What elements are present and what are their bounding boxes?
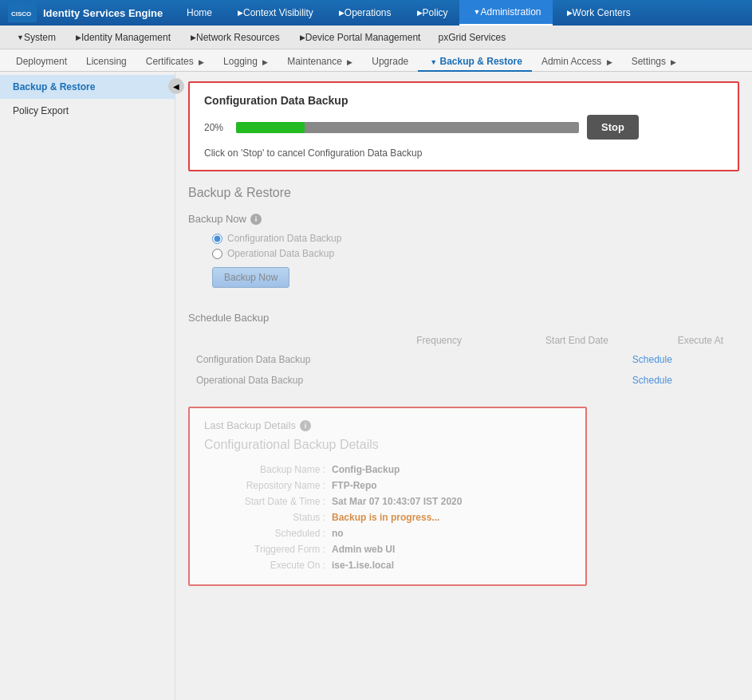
- tab-backup-restore[interactable]: ▼ Backup & Restore: [418, 53, 532, 72]
- chevron-icon: ▶: [347, 58, 352, 66]
- table-row: Triggered Form :Admin web UI: [204, 541, 571, 557]
- tab-admin-access[interactable]: Admin Access ▶: [532, 53, 622, 72]
- nav-item-home[interactable]: Home: [175, 0, 223, 26]
- backup-now-title: Backup Now i: [188, 213, 739, 225]
- radio-config-backup[interactable]: Configuration Data Backup: [212, 233, 739, 244]
- schedule-row-op-name: Operational Data Backup: [188, 370, 364, 391]
- backup-now-section: Backup Now i Configuration Data Backup O…: [188, 213, 739, 304]
- tab-logging[interactable]: Logging ▶: [214, 53, 278, 72]
- sidebar-collapse-button[interactable]: ◀: [168, 78, 184, 94]
- content-area: Configuration Data Backup 20% Stop Click…: [175, 72, 752, 700]
- schedule-backup-section: Schedule Backup Frequency Start End Date…: [188, 312, 739, 391]
- app-title: Identity Services Engine: [43, 7, 163, 19]
- schedule-col-name: [188, 332, 364, 349]
- detail-value: FTP-Repo: [332, 478, 571, 494]
- alert-note: Click on 'Stop' to cancel Configuration …: [204, 147, 723, 159]
- backup-now-button[interactable]: Backup Now: [212, 267, 289, 288]
- sidebar-item-backup-restore[interactable]: Backup & Restore: [0, 75, 175, 99]
- nav-item-work-centers[interactable]: ▶ Work Centers: [553, 0, 642, 26]
- schedule-col-start-end: Start End Date: [478, 332, 624, 349]
- info-icon: i: [250, 214, 262, 225]
- logo-area: CISCO Identity Services Engine: [0, 3, 175, 22]
- tab-settings[interactable]: Settings ▶: [622, 53, 687, 72]
- chevron-icon: ▼: [17, 33, 24, 41]
- nav-item-operations[interactable]: ▶ Operations: [325, 0, 403, 26]
- tab-deployment[interactable]: Deployment: [6, 53, 77, 72]
- backup-details-table: Backup Name :Config-BackupRepository Nam…: [204, 462, 571, 573]
- section-title: Backup & Restore: [188, 186, 739, 200]
- chevron-icon: ▶: [238, 9, 243, 17]
- detail-value: ise-1.ise.local: [332, 557, 571, 573]
- progress-row: 20% Stop: [204, 115, 723, 140]
- chevron-icon: ▶: [671, 58, 676, 66]
- tab-upgrade[interactable]: Upgrade: [362, 53, 418, 72]
- sidebar: ◀ Backup & Restore Policy Export: [0, 72, 175, 700]
- chevron-icon: ▶: [339, 9, 345, 17]
- chevron-icon: ▶: [262, 58, 268, 66]
- nav-pxgrid-services[interactable]: pxGrid Services: [430, 29, 514, 46]
- backup-progress-alert: Configuration Data Backup 20% Stop Click…: [188, 81, 739, 171]
- nav-item-policy[interactable]: ▶ Policy: [403, 0, 459, 26]
- last-backup-header: Last Backup Details i: [204, 419, 571, 431]
- schedule-config-link[interactable]: Schedule: [632, 354, 672, 365]
- last-backup-details-box: Last Backup Details i Configurational Ba…: [188, 407, 587, 586]
- table-row: Scheduled :no: [204, 525, 571, 541]
- svg-text:CISCO: CISCO: [11, 10, 31, 18]
- cisco-logo: CISCO: [8, 3, 37, 22]
- schedule-op-link-cell: Schedule: [624, 370, 739, 391]
- chevron-icon: ▶: [567, 9, 573, 17]
- detail-label: Triggered Form :: [204, 541, 332, 557]
- chevron-icon: ▶: [607, 58, 612, 66]
- schedule-op-link[interactable]: Schedule: [632, 375, 672, 386]
- detail-label: Repository Name :: [204, 478, 332, 494]
- top-navigation: CISCO Identity Services Engine Home ▶ Co…: [0, 0, 752, 26]
- table-row: Configuration Data Backup Schedule: [188, 349, 739, 370]
- third-navigation: Deployment Licensing Certificates ▶ Logg…: [0, 49, 752, 72]
- table-row: Status :Backup is in progress...: [204, 509, 571, 525]
- radio-config-backup-input[interactable]: [212, 234, 222, 244]
- table-row: Operational Data Backup Schedule: [188, 370, 739, 391]
- schedule-table: Frequency Start End Date Execute At Conf…: [188, 332, 739, 391]
- chevron-icon: ▼: [474, 8, 481, 16]
- radio-op-backup-input[interactable]: [212, 249, 222, 259]
- table-row: Execute On :ise-1.ise.local: [204, 557, 571, 573]
- table-row: Backup Name :Config-Backup: [204, 462, 571, 478]
- progress-percent-label: 20%: [204, 122, 228, 133]
- chevron-icon: ▶: [191, 33, 196, 41]
- detail-label: Status :: [204, 509, 332, 525]
- schedule-row-config-name: Configuration Data Backup: [188, 349, 364, 370]
- second-navigation: ▼ System ▶ Identity Management ▶ Network…: [0, 26, 752, 49]
- nav-device-portal-management[interactable]: ▶ Device Portal Management: [289, 29, 429, 46]
- nav-network-resources[interactable]: ▶ Network Resources: [180, 29, 288, 46]
- progress-bar-container: [236, 122, 579, 133]
- sidebar-item-policy-export[interactable]: Policy Export: [0, 99, 175, 123]
- stop-button[interactable]: Stop: [587, 115, 639, 140]
- detail-value: Config-Backup: [332, 462, 571, 478]
- nav-identity-management[interactable]: ▶ Identity Management: [65, 29, 179, 46]
- chevron-icon: ▶: [417, 9, 423, 17]
- nav-item-administration[interactable]: ▼ Administration: [459, 0, 553, 26]
- tab-maintenance[interactable]: Maintenance ▶: [278, 53, 362, 72]
- nav-item-context-visibility[interactable]: ▶ Context Visibility: [223, 0, 325, 26]
- detail-value: Admin web UI: [332, 541, 571, 557]
- schedule-col-execute-at: Execute At: [624, 332, 739, 349]
- tab-certificates[interactable]: Certificates ▶: [136, 53, 214, 72]
- radio-op-backup[interactable]: Operational Data Backup: [212, 248, 739, 259]
- detail-label: Backup Name :: [204, 462, 332, 478]
- detail-value: Sat Mar 07 10:43:07 IST 2020: [332, 494, 571, 509]
- schedule-col-frequency: Frequency: [364, 332, 478, 349]
- chevron-icon: ▶: [199, 58, 204, 66]
- chevron-icon: ▶: [76, 33, 81, 41]
- last-backup-subtitle: Configurational Backup Details: [204, 438, 571, 452]
- schedule-backup-title: Schedule Backup: [188, 312, 739, 324]
- table-row: Repository Name :FTP-Repo: [204, 478, 571, 494]
- main-layout: ◀ Backup & Restore Policy Export Configu…: [0, 72, 752, 700]
- nav-system[interactable]: ▼ System: [6, 29, 64, 46]
- detail-value: no: [332, 525, 571, 541]
- detail-label: Start Date & Time :: [204, 494, 332, 509]
- info-icon: i: [300, 420, 311, 431]
- progress-bar-fill: [236, 122, 305, 133]
- top-nav-items: Home ▶ Context Visibility ▶ Operations ▶…: [175, 0, 642, 26]
- detail-label: Scheduled :: [204, 525, 332, 541]
- tab-licensing[interactable]: Licensing: [77, 53, 136, 72]
